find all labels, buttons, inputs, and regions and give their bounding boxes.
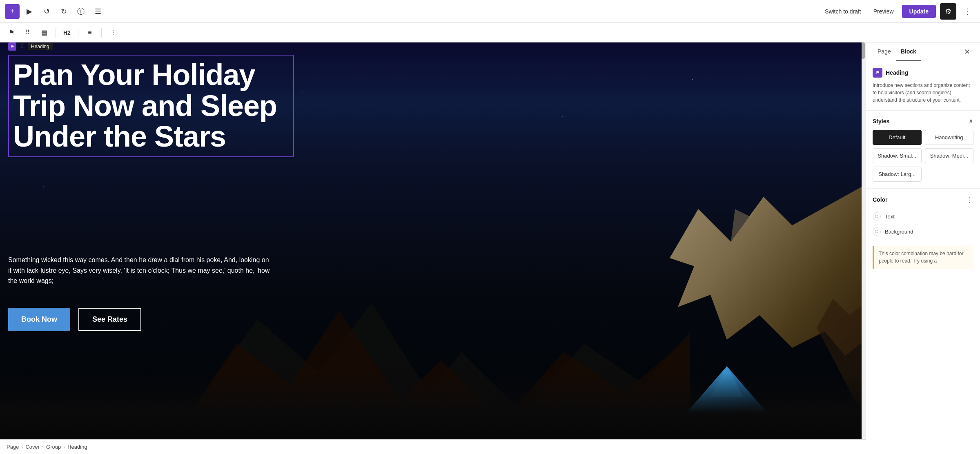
heading-block-label: ⚑ ⠿ Heading: [8, 42, 53, 51]
align-button[interactable]: ≡: [83, 26, 96, 39]
style-shadow-large-button[interactable]: Shadow: Larg...: [873, 167, 922, 182]
undo-icon: ↺: [44, 7, 50, 16]
preview-button[interactable]: Preview: [869, 6, 898, 17]
book-now-button[interactable]: Book Now: [8, 308, 70, 331]
color-more-icon: ⋮: [966, 195, 973, 204]
color-text-inner: [875, 215, 878, 218]
toolbar-right: Switch to draft Preview Update ⚙ ⋮: [821, 3, 975, 20]
flag-button[interactable]: ⚑: [5, 26, 18, 39]
styles-title: Styles: [873, 118, 889, 125]
color-background-swatch[interactable]: [873, 227, 881, 236]
info-icon: ⓘ: [77, 7, 85, 16]
hero-section: ⚑ ⠿ Heading Plan Your Holiday Trip Now a…: [0, 42, 866, 454]
cursor-icon: ▶: [27, 7, 32, 16]
styles-header[interactable]: Styles ∧: [873, 117, 973, 125]
color-header: Color ⋮: [873, 195, 973, 204]
drag-icon: ⠿: [25, 29, 30, 36]
heading-block-border[interactable]: Plan Your Holiday Trip Now and Sleep Und…: [8, 55, 294, 157]
block-more-icon: ⋮: [110, 29, 116, 36]
switch-to-draft-button[interactable]: Switch to draft: [821, 6, 865, 17]
color-background-inner: [875, 230, 878, 233]
view-icon: ☰: [95, 7, 101, 16]
style-handwriting-button[interactable]: Handwriting: [925, 130, 974, 145]
redo-button[interactable]: ↻: [56, 4, 71, 19]
color-warning: This color combination may be hard for p…: [873, 246, 973, 269]
breadcrumb-page[interactable]: Page: [7, 444, 19, 450]
undo-button[interactable]: ↺: [39, 4, 54, 19]
sidebar-tabs: Page Block ✕: [866, 42, 980, 61]
gear-icon: ⚙: [945, 7, 951, 16]
hero-buttons: Book Now See Rates: [4, 308, 141, 331]
breadcrumb-cover[interactable]: Cover: [25, 444, 40, 450]
list-icon-button[interactable]: ▤: [38, 26, 51, 39]
top-toolbar: + ▶ ↺ ↻ ⓘ ☰ Switch to draft Preview Upda…: [0, 0, 980, 23]
toolbar-divider-2: [78, 28, 78, 38]
heading-block-type-label: Heading: [28, 43, 53, 50]
view-button[interactable]: ☰: [91, 4, 105, 19]
hero-heading[interactable]: Plan Your Holiday Trip Now and Sleep Und…: [13, 60, 289, 152]
editor-scrollbar[interactable]: [862, 42, 866, 454]
breadcrumb-sep-3: ›: [63, 444, 65, 450]
color-text-swatch[interactable]: [873, 212, 881, 220]
block-info-section: ⚑ Heading Introduce new sections and org…: [866, 61, 980, 111]
heading-level-button[interactable]: H2: [61, 28, 73, 38]
editor-area: ⚑ ⠿ Heading Plan Your Holiday Trip Now a…: [0, 42, 866, 454]
color-background-row: Background: [873, 224, 973, 239]
color-background-label: Background: [885, 229, 913, 235]
hero-body-text[interactable]: Something wicked this way comes. And the…: [4, 255, 274, 286]
toolbar-divider-3: [101, 28, 102, 38]
block-description: Introduce new sections and organize cont…: [873, 82, 973, 104]
tab-page[interactable]: Page: [873, 42, 896, 61]
color-more-button[interactable]: ⋮: [966, 195, 973, 204]
main-layout: ⚑ ⠿ Heading Plan Your Holiday Trip Now a…: [0, 42, 980, 454]
breadcrumb-group[interactable]: Group: [46, 444, 61, 450]
right-sidebar: Page Block ✕ ⚑ Heading Introduce new sec…: [866, 42, 980, 454]
color-text-row: Text: [873, 209, 973, 224]
style-shadow-medium-button[interactable]: Shadow: Medi...: [925, 148, 974, 163]
heading-block-flag-icon: ⚑: [8, 42, 16, 51]
block-heading-icon: ⚑: [873, 68, 882, 78]
list-icon: ▤: [41, 29, 47, 36]
block-info-header: ⚑ Heading: [873, 68, 973, 78]
drag-handle[interactable]: ⠿: [21, 26, 34, 39]
redo-icon: ↻: [61, 7, 67, 16]
breadcrumb: Page › Cover › Group › Heading: [0, 439, 866, 454]
settings-button[interactable]: ⚙: [940, 3, 956, 20]
toolbar-left: + ▶ ↺ ↻ ⓘ ☰: [5, 4, 105, 19]
tab-block[interactable]: Block: [896, 42, 921, 61]
styles-shadow-row: Shadow: Smal... Shadow: Medi...: [873, 148, 973, 163]
block-toolbar: ⚑ ⠿ ▤ H2 ≡ ⋮: [0, 23, 980, 42]
align-icon: ≡: [88, 29, 91, 36]
update-button[interactable]: Update: [902, 5, 936, 18]
sidebar-close-button[interactable]: ✕: [960, 45, 973, 58]
block-title: Heading: [886, 69, 908, 76]
styles-collapse-icon: ∧: [969, 117, 973, 125]
info-button[interactable]: ⓘ: [74, 4, 88, 19]
style-shadow-small-button[interactable]: Shadow: Smal...: [873, 148, 922, 163]
block-more-button[interactable]: ⋮: [107, 26, 120, 39]
heading-block-wrapper: ⚑ ⠿ Heading Plan Your Holiday Trip Now a…: [8, 55, 294, 157]
color-text-label: Text: [885, 214, 895, 220]
scroll-thumb[interactable]: [862, 42, 865, 59]
toolbar-divider: [56, 28, 56, 38]
plus-icon: +: [10, 7, 15, 16]
color-title: Color: [873, 196, 888, 203]
breadcrumb-heading[interactable]: Heading: [67, 444, 87, 450]
styles-section: Styles ∧ Default Handwriting Shadow: Sma…: [866, 111, 980, 189]
more-vertical-icon: ⋮: [964, 7, 971, 16]
styles-shadow-large-row: Shadow: Larg...: [873, 167, 973, 182]
more-options-button[interactable]: ⋮: [960, 4, 975, 19]
styles-grid: Default Handwriting: [873, 130, 973, 145]
see-rates-button[interactable]: See Rates: [78, 308, 141, 331]
color-section: Color ⋮ Text Background: [866, 189, 980, 246]
add-block-button[interactable]: +: [5, 4, 20, 19]
heading-block-drag-handle[interactable]: ⠿: [19, 43, 25, 50]
body-text-wrapper: Something wicked this way comes. And the…: [4, 247, 274, 286]
select-tool-button[interactable]: ▶: [22, 4, 37, 19]
style-default-button[interactable]: Default: [873, 130, 922, 145]
flag-icon: ⚑: [9, 29, 14, 36]
breadcrumb-sep-1: ›: [21, 444, 23, 450]
breadcrumb-sep-2: ›: [42, 444, 44, 450]
